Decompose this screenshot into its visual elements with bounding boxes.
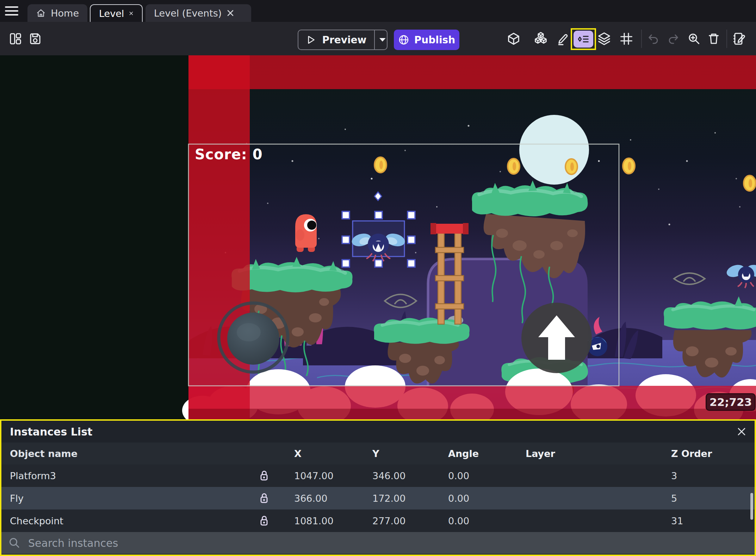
tab-home-label: Home	[51, 8, 79, 19]
table-header-row: Object name X Y Angle Layer Z Order	[1, 443, 755, 464]
panel-header: Instances List	[1, 421, 755, 443]
cell-x[interactable]: 1081.00	[280, 515, 358, 526]
cell-angle[interactable]: 0.00	[434, 493, 511, 504]
toolbar-divider	[726, 30, 727, 48]
player-character[interactable]	[295, 214, 317, 252]
col-y[interactable]: Y	[358, 448, 434, 459]
cell-y[interactable]: 346.00	[358, 470, 434, 481]
edit-pencil-icon[interactable]	[554, 30, 571, 47]
red-strip-vertical	[188, 55, 250, 419]
preview-split-divider	[374, 30, 375, 49]
coin	[565, 159, 577, 174]
col-zorder[interactable]: Z Order	[657, 448, 755, 459]
panel-title: Instances List	[10, 426, 92, 438]
outside-scene-area	[0, 55, 188, 419]
toolbar-divider	[641, 30, 642, 48]
grid-icon[interactable]	[618, 30, 635, 47]
table-row-checkpoint[interactable]: Checkpoint 1081.00 277.00 0.00 31	[1, 509, 755, 532]
globe-icon	[398, 34, 409, 45]
cell-angle[interactable]: 0.00	[434, 470, 511, 481]
col-angle[interactable]: Angle	[434, 448, 511, 459]
cell-x[interactable]: 366.00	[280, 493, 358, 504]
tab-level[interactable]: Level	[90, 4, 143, 22]
unlock-icon[interactable]	[248, 470, 280, 482]
unlock-icon[interactable]	[248, 515, 280, 527]
app-window: Home Level Level (Events) Preview	[0, 0, 756, 556]
edit-scene-properties-icon[interactable]	[731, 30, 748, 47]
coin	[623, 158, 635, 174]
table-row-platform3[interactable]: Platform3 1047.00 346.00 0.00 3	[1, 464, 755, 487]
preview-label: Preview	[322, 34, 366, 46]
publish-button[interactable]: Publish	[394, 30, 459, 50]
cell-x[interactable]: 1047.00	[280, 470, 358, 481]
red-band-top	[188, 55, 756, 89]
panels-layout-icon[interactable]	[7, 30, 24, 47]
cursor-coordinates-badge: 22;723	[706, 393, 756, 411]
instances-list-panel: Instances List Object name X Y Angle Lay…	[0, 419, 756, 556]
close-panel-icon[interactable]	[736, 426, 747, 437]
tab-bar: Home Level Level (Events)	[0, 0, 756, 22]
play-icon	[305, 34, 316, 45]
objects-panel-icon[interactable]	[505, 30, 522, 47]
publish-label: Publish	[414, 34, 455, 46]
score-label: Score: 0	[195, 146, 263, 162]
undo-icon[interactable]	[645, 30, 662, 47]
chevron-down-icon[interactable]	[378, 37, 387, 43]
red-band-bottom-dark	[188, 409, 756, 419]
table-row-fly-selected[interactable]: Fly 366.00 172.00 0.00 5	[1, 487, 755, 509]
cell-y[interactable]: 172.00	[358, 493, 434, 504]
jump-button[interactable]	[521, 303, 592, 373]
layers-icon[interactable]	[596, 30, 613, 47]
search-input[interactable]	[27, 537, 557, 550]
tab-home[interactable]: Home	[27, 4, 87, 22]
moon[interactable]	[519, 115, 589, 185]
tab-level-events[interactable]: Level (Events)	[145, 4, 251, 22]
cell-object-name: Fly	[1, 493, 248, 504]
scene-editor-canvas[interactable]: Score: 0 22;723	[0, 55, 756, 419]
save-icon[interactable]	[27, 30, 44, 47]
scene-art	[0, 55, 756, 419]
delete-trash-icon[interactable]	[705, 30, 722, 47]
cell-zorder[interactable]: 31	[657, 515, 755, 526]
preview-button[interactable]: Preview	[298, 30, 388, 50]
menu-hamburger-icon[interactable]	[5, 6, 19, 16]
close-icon[interactable]	[129, 10, 134, 17]
cell-zorder[interactable]: 3	[657, 470, 755, 481]
instances-list-icon	[574, 31, 593, 48]
cell-object-name: Checkpoint	[1, 515, 248, 526]
tab-level-events-label: Level (Events)	[154, 8, 222, 19]
toolbar: Preview Publish	[0, 22, 756, 55]
coin	[744, 175, 756, 191]
cell-object-name: Platform3	[1, 470, 248, 481]
search-bar	[1, 532, 755, 554]
tab-level-label: Level	[99, 8, 124, 19]
unlock-icon[interactable]	[248, 492, 280, 504]
search-icon	[8, 537, 20, 549]
cell-zorder[interactable]: 5	[657, 493, 755, 504]
coin	[374, 157, 386, 173]
zoom-in-icon[interactable]	[686, 30, 702, 47]
instances-list-highlight[interactable]	[571, 28, 596, 50]
object-groups-icon[interactable]	[532, 30, 549, 47]
col-x[interactable]: X	[280, 448, 358, 459]
panel-scrollbar[interactable]	[750, 493, 753, 520]
cell-y[interactable]: 277.00	[358, 515, 434, 526]
close-icon[interactable]	[227, 9, 234, 17]
col-layer[interactable]: Layer	[511, 448, 657, 459]
redo-icon[interactable]	[665, 30, 682, 47]
cell-angle[interactable]: 0.00	[434, 515, 511, 526]
coin	[508, 159, 520, 174]
home-icon	[36, 8, 46, 18]
col-object-name[interactable]: Object name	[1, 448, 280, 459]
virtual-joystick[interactable]	[219, 303, 288, 372]
